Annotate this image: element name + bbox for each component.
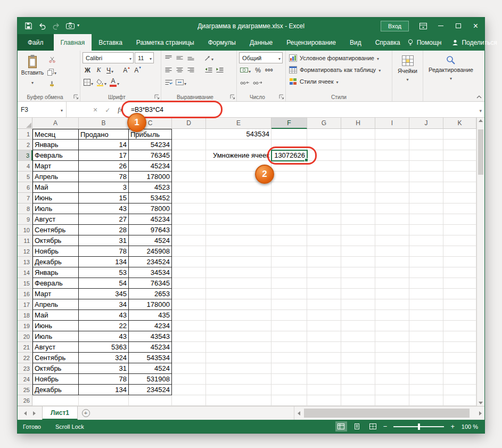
cell-K22[interactable] — [443, 353, 476, 363]
select-all-corner[interactable] — [18, 118, 32, 129]
cell-K2[interactable] — [443, 140, 476, 150]
scroll-left-icon[interactable] — [294, 411, 303, 416]
cell-A7[interactable]: Июнь — [32, 193, 79, 203]
qat-customize-caret-icon[interactable] — [77, 19, 90, 33]
cell-I23[interactable] — [375, 363, 409, 374]
cell-F15[interactable] — [271, 278, 307, 289]
row-header-9[interactable]: 9 — [18, 214, 32, 225]
cell-A8[interactable]: Июль — [32, 203, 79, 214]
cell-D7[interactable] — [172, 193, 206, 203]
cell-styles-button[interactable]: Стили ячеек — [288, 76, 390, 87]
cell-I17[interactable] — [375, 299, 409, 310]
cell-I26[interactable] — [375, 395, 409, 406]
cell-E15[interactable] — [206, 278, 271, 289]
cell-I11[interactable] — [375, 235, 409, 246]
align-top-button[interactable] — [163, 53, 174, 63]
cell-D9[interactable] — [172, 214, 206, 225]
copy-button[interactable] — [46, 67, 57, 77]
cell-K26[interactable] — [443, 395, 476, 406]
cell-C15[interactable]: 76345 — [129, 278, 172, 289]
cell-G1[interactable] — [307, 129, 341, 140]
cell-D4[interactable] — [172, 161, 206, 172]
cell-K5[interactable] — [443, 172, 476, 182]
cell-G6[interactable] — [307, 182, 341, 193]
cell-E16[interactable] — [206, 289, 271, 299]
cell-A23[interactable]: Октябрь — [32, 363, 79, 374]
collapse-ribbon-button[interactable] — [476, 95, 482, 99]
cell-E14[interactable] — [206, 267, 271, 278]
cell-H24[interactable] — [341, 374, 375, 385]
cell-D16[interactable] — [172, 289, 206, 299]
cell-J2[interactable] — [409, 140, 443, 150]
cell-H7[interactable] — [341, 193, 375, 203]
cell-G23[interactable] — [307, 363, 341, 374]
column-header-K[interactable]: K — [443, 118, 476, 129]
cell-H1[interactable] — [341, 129, 375, 140]
cut-button[interactable] — [46, 54, 57, 65]
cell-H17[interactable] — [341, 299, 375, 310]
confirm-entry-icon[interactable] — [105, 105, 110, 115]
cell-F20[interactable] — [271, 331, 307, 342]
cell-D5[interactable] — [172, 172, 206, 182]
view-normal-button[interactable] — [335, 421, 347, 431]
formula-bar-expand-icon[interactable] — [479, 105, 482, 115]
tab-data[interactable]: Данные — [243, 34, 279, 51]
cell-C16[interactable]: 2653 — [129, 289, 172, 299]
cell-B23[interactable]: 31 — [79, 363, 129, 374]
alignment-dialog-launcher[interactable] — [229, 94, 235, 100]
cell-D19[interactable] — [172, 321, 206, 331]
cell-E22[interactable] — [206, 353, 271, 363]
cell-I25[interactable] — [375, 385, 409, 395]
cell-G19[interactable] — [307, 321, 341, 331]
cell-B6[interactable]: 3 — [79, 182, 129, 193]
cell-C12[interactable]: 245908 — [129, 246, 172, 257]
cell-C8[interactable]: 78000 — [129, 203, 172, 214]
cell-B22[interactable]: 324 — [79, 353, 129, 363]
merge-center-button[interactable] — [175, 77, 187, 88]
cell-H3[interactable] — [341, 150, 375, 161]
cell-E6[interactable] — [206, 182, 271, 193]
cell-C6[interactable]: 4523 — [129, 182, 172, 193]
cell-K15[interactable] — [443, 278, 476, 289]
cell-G12[interactable] — [307, 246, 341, 257]
row-header-6[interactable]: 6 — [18, 182, 32, 193]
cell-D22[interactable] — [172, 353, 206, 363]
scroll-right-icon[interactable] — [476, 411, 484, 416]
cell-H25[interactable] — [341, 385, 375, 395]
cell-J7[interactable] — [409, 193, 443, 203]
cell-C24[interactable]: 531908 — [129, 374, 172, 385]
cell-D20[interactable] — [172, 331, 206, 342]
row-header-2[interactable]: 2 — [18, 140, 32, 150]
cell-J22[interactable] — [409, 353, 443, 363]
paste-button[interactable]: Вставить — [20, 52, 45, 89]
cell-F7[interactable] — [271, 193, 307, 203]
cell-J25[interactable] — [409, 385, 443, 395]
cell-J14[interactable] — [409, 267, 443, 278]
cell-K16[interactable] — [443, 289, 476, 299]
cell-I22[interactable] — [375, 353, 409, 363]
cell-E2[interactable] — [206, 140, 271, 150]
minimize-button[interactable] — [432, 18, 449, 34]
cell-H21[interactable] — [341, 342, 375, 353]
cell-E11[interactable] — [206, 235, 271, 246]
column-header-F[interactable]: F — [271, 118, 307, 129]
cell-B16[interactable]: 345 — [79, 289, 129, 299]
column-header-B[interactable]: B — [79, 118, 129, 129]
cell-A2[interactable]: Январь — [32, 140, 79, 150]
cell-A4[interactable]: Март — [32, 161, 79, 172]
cell-D21[interactable] — [172, 342, 206, 353]
cell-J11[interactable] — [409, 235, 443, 246]
cell-F22[interactable] — [271, 353, 307, 363]
cell-G17[interactable] — [307, 299, 341, 310]
cell-F1[interactable] — [271, 129, 307, 140]
cell-J23[interactable] — [409, 363, 443, 374]
cancel-entry-icon[interactable] — [93, 105, 97, 115]
cell-D8[interactable] — [172, 203, 206, 214]
cell-H26[interactable] — [341, 395, 375, 406]
cell-E12[interactable] — [206, 246, 271, 257]
shrink-font-button[interactable]: А — [133, 65, 143, 76]
cell-J5[interactable] — [409, 172, 443, 182]
cell-A14[interactable]: Январь — [32, 267, 79, 278]
row-header-4[interactable]: 4 — [18, 161, 32, 172]
undo-button[interactable] — [36, 19, 49, 33]
